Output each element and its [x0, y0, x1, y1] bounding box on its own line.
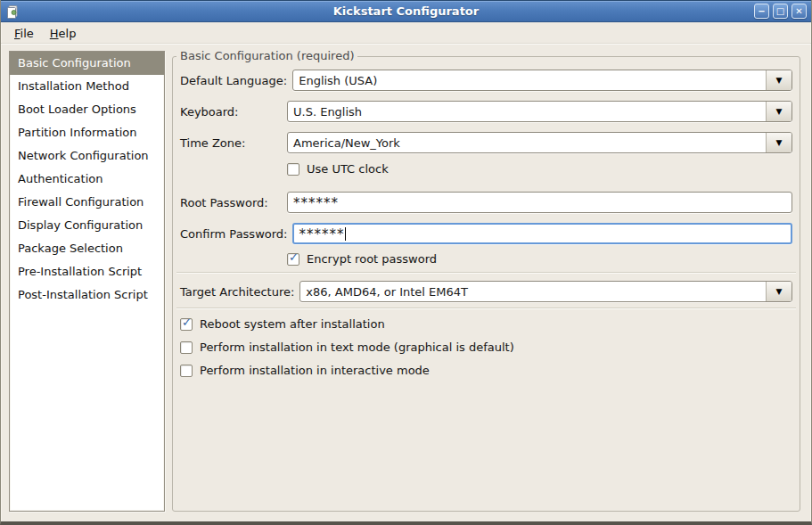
app-icon-glyph: [5, 4, 20, 19]
utc-clock-checkbox[interactable]: ✓: [287, 163, 299, 176]
encrypt-password-checkbox-row[interactable]: ✓ Encrypt root password: [287, 252, 792, 266]
separator: [176, 272, 796, 274]
menu-help-key: H: [50, 27, 59, 40]
utc-clock-label: Use UTC clock: [307, 162, 389, 176]
frame-legend: Basic Configuration (required): [176, 49, 357, 62]
interactive-mode-checkbox[interactable]: ✓: [180, 365, 193, 377]
target-architecture-row: Target Architecture: x86, AMD64, or Inte…: [180, 281, 792, 302]
sidebar-item-firewall-configuration[interactable]: Firewall Configuration: [10, 191, 164, 214]
chevron-down-icon: ▼: [776, 77, 783, 85]
interactive-mode-label: Perform installation in interactive mode: [200, 364, 430, 377]
sidebar-item-installation-method[interactable]: Installation Method: [10, 75, 164, 98]
keyboard-dropdown-button[interactable]: ▼: [766, 102, 791, 121]
text-mode-checkbox[interactable]: ✓: [180, 341, 193, 354]
sidebar-item-display-configuration[interactable]: Display Configuration: [10, 214, 164, 237]
confirm-password-value: ******: [299, 224, 344, 245]
reboot-checkbox[interactable]: ✓: [180, 318, 193, 331]
separator: [176, 308, 796, 309]
timezone-label: Time Zone:: [180, 136, 282, 150]
reboot-checkbox-row[interactable]: ✓ Reboot system after installation: [180, 317, 792, 331]
timezone-dropdown-button[interactable]: ▼: [766, 133, 791, 152]
sidebar-item-network-configuration[interactable]: Network Configuration: [10, 144, 164, 168]
menu-file[interactable]: File: [6, 23, 42, 43]
utc-clock-checkbox-row[interactable]: ✓ Use UTC clock: [287, 162, 792, 176]
sidebar-item-package-selection[interactable]: Package Selection: [10, 237, 164, 260]
text-cursor: [345, 227, 346, 241]
target-architecture-value: x86, AMD64, or Intel EM64T: [300, 282, 766, 301]
encrypt-password-checkbox[interactable]: ✓: [287, 253, 299, 266]
target-architecture-dropdown-button[interactable]: ▼: [766, 282, 791, 301]
default-language-label: Default Language:: [180, 74, 287, 87]
minimize-button[interactable]: −: [754, 4, 769, 19]
window-controls: − □ ✕: [754, 4, 807, 19]
window-body: Basic Configuration Installation Method …: [1, 44, 811, 521]
timezone-combo[interactable]: America/New_York ▼: [287, 132, 792, 153]
timezone-value: America/New_York: [288, 133, 766, 152]
default-language-dropdown-button[interactable]: ▼: [766, 70, 791, 90]
default-language-value: English (USA): [293, 70, 766, 90]
titlebar: Kickstart Configurator − □ ✕: [1, 0, 811, 22]
menu-file-rest: ile: [21, 27, 34, 40]
chevron-down-icon: ▼: [776, 139, 783, 147]
maximize-button[interactable]: □: [773, 4, 788, 19]
keyboard-label: Keyboard:: [180, 105, 282, 119]
chevron-down-icon: ▼: [776, 108, 783, 116]
root-password-label: Root Password:: [180, 196, 282, 209]
sidebar-item-post-installation-script[interactable]: Post-Installation Script: [10, 283, 164, 307]
default-language-row: Default Language: English (USA) ▼: [180, 70, 792, 91]
keyboard-combo[interactable]: U.S. English ▼: [287, 101, 792, 122]
default-language-combo[interactable]: English (USA) ▼: [292, 70, 792, 91]
check-icon: ✓: [182, 316, 192, 329]
reboot-label: Reboot system after installation: [200, 317, 385, 331]
app-icon[interactable]: [5, 4, 20, 19]
sidebar-item-pre-installation-script[interactable]: Pre-Installation Script: [10, 260, 164, 283]
category-list: Basic Configuration Installation Method …: [9, 51, 165, 512]
confirm-password-label: Confirm Password:: [180, 227, 287, 241]
timezone-row: Time Zone: America/New_York ▼: [180, 132, 792, 153]
text-mode-checkbox-row[interactable]: ✓ Perform installation in text mode (gra…: [180, 340, 792, 354]
sidebar-item-partition-information[interactable]: Partition Information: [10, 121, 164, 144]
window-title: Kickstart Configurator: [1, 4, 811, 18]
root-password-value: ******: [293, 193, 339, 214]
keyboard-value: U.S. English: [288, 102, 766, 121]
root-password-field[interactable]: ******: [287, 192, 792, 213]
encrypt-password-label: Encrypt root password: [307, 252, 437, 266]
check-icon: ✓: [289, 251, 299, 264]
kickstart-configurator-window: Kickstart Configurator − □ ✕ File Help B…: [0, 0, 812, 525]
menu-help[interactable]: Help: [42, 23, 85, 43]
sidebar-item-boot-loader-options[interactable]: Boot Loader Options: [10, 98, 164, 121]
sidebar-item-authentication[interactable]: Authentication: [10, 168, 164, 191]
close-button[interactable]: ✕: [791, 4, 807, 19]
text-mode-label: Perform installation in text mode (graph…: [200, 340, 514, 354]
sidebar-item-basic-configuration[interactable]: Basic Configuration: [10, 52, 164, 75]
menu-help-rest: elp: [59, 27, 77, 40]
target-architecture-label: Target Architecture:: [180, 285, 294, 299]
chevron-down-icon: ▼: [776, 288, 783, 296]
confirm-password-field[interactable]: ******: [292, 223, 792, 244]
basic-configuration-frame: Basic Configuration (required) Default L…: [172, 56, 800, 512]
interactive-mode-checkbox-row[interactable]: ✓ Perform installation in interactive mo…: [180, 364, 792, 377]
confirm-password-row: Confirm Password: ******: [180, 223, 792, 244]
root-password-row: Root Password: ******: [180, 192, 792, 213]
keyboard-row: Keyboard: U.S. English ▼: [180, 101, 792, 122]
target-architecture-combo[interactable]: x86, AMD64, or Intel EM64T ▼: [299, 281, 792, 302]
menubar: File Help: [1, 22, 811, 44]
